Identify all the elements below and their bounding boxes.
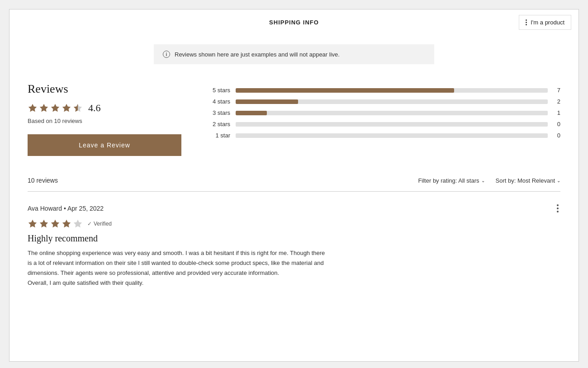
review-body: The online shopping experience was very …	[28, 248, 560, 288]
info-banner: i Reviews shown here are just examples a…	[154, 44, 434, 64]
dots-icon	[526, 19, 527, 25]
svg-marker-7	[51, 220, 59, 227]
star-bar-1-count: 0	[553, 132, 560, 139]
star-bar-5-count: 7	[553, 87, 560, 94]
overall-stars	[28, 103, 83, 113]
review-title: Highly recommend	[28, 233, 560, 244]
star-bar-5-label: 5 stars	[209, 87, 230, 94]
star-2	[39, 103, 49, 113]
rating-number: 4.6	[88, 102, 101, 114]
shipping-info-nav: SHIPPING INFO	[269, 19, 319, 26]
reviews-filters: Filter by rating: All stars ⌄ Sort by: M…	[418, 177, 560, 184]
sort-label: Sort by: Most Relevant	[496, 177, 555, 184]
leave-review-button[interactable]: Leave a Review	[28, 134, 181, 156]
svg-marker-3	[62, 104, 71, 112]
star-bar-1-track	[236, 133, 548, 138]
review-stars	[28, 219, 83, 229]
star-bar-3-label: 3 stars	[209, 109, 230, 116]
info-icon: i	[163, 51, 170, 58]
reviews-layout: Reviews	[28, 82, 560, 156]
reviewer-date-separator: •	[64, 205, 67, 212]
star-bar-1: 1 star 0	[209, 132, 560, 139]
star-bar-4-label: 4 stars	[209, 98, 230, 105]
verified-badge: ✓ Verified	[87, 221, 112, 227]
review-star-4	[62, 219, 71, 229]
chevron-down-icon: ⌄	[481, 178, 485, 183]
star-bar-4-count: 2	[553, 98, 560, 105]
star-bar-3-track	[236, 111, 548, 115]
review-star-1	[28, 219, 38, 229]
reviewer-date: Apr 25, 2022	[67, 205, 104, 212]
star-bar-5-fill	[236, 88, 454, 93]
star-rating-row: 4.6	[28, 102, 181, 114]
star-bar-2-track	[236, 122, 548, 127]
svg-marker-1	[40, 104, 48, 112]
sort-chevron-down-icon: ⌄	[557, 178, 560, 183]
star-bar-2-count: 0	[553, 121, 560, 127]
star-bar-5: 5 stars 7	[209, 87, 560, 94]
svg-marker-5	[28, 220, 37, 227]
reviews-left: Reviews	[28, 82, 181, 156]
reviews-right: 5 stars 7 4 stars 2 3 stars	[209, 82, 560, 143]
filter-by-rating-dropdown[interactable]: Filter by rating: All stars ⌄	[418, 177, 484, 184]
product-button[interactable]: I'm a product	[519, 15, 571, 30]
verified-label: Verified	[94, 221, 112, 227]
star-4	[62, 103, 71, 113]
star-bar-3: 3 stars 1	[209, 109, 560, 116]
checkmark-icon: ✓	[87, 221, 92, 227]
star-bar-4-track	[236, 99, 548, 104]
review-star-3	[50, 219, 60, 229]
star-bar-3-fill	[236, 111, 267, 115]
review-stars-verified: ✓ Verified	[28, 219, 560, 229]
reviewer-info: Ava Howard • Apr 25, 2022	[28, 205, 104, 212]
svg-marker-2	[51, 104, 59, 112]
filter-label: Filter by rating: All stars	[418, 177, 479, 184]
star-bar-2-label: 2 stars	[209, 121, 230, 127]
star-1	[28, 103, 38, 113]
star-bar-5-track	[236, 88, 548, 93]
svg-marker-6	[40, 220, 48, 227]
reviews-title: Reviews	[28, 82, 181, 96]
svg-marker-4	[74, 104, 82, 112]
reviewer-name: Ava Howard	[28, 205, 62, 212]
based-on-text: Based on 10 reviews	[28, 118, 181, 124]
star-bar-4-fill	[236, 99, 298, 104]
reviews-section: Reviews	[9, 73, 579, 170]
star-bar-4: 4 stars 2	[209, 98, 560, 105]
product-button-label: I'm a product	[531, 19, 564, 26]
top-bar: SHIPPING INFO I'm a product	[9, 9, 579, 35]
star-bar-2: 2 stars 0	[209, 121, 560, 127]
page-container: SHIPPING INFO I'm a product i Reviews sh…	[9, 9, 579, 362]
star-3	[50, 103, 60, 113]
star-5-half	[73, 103, 83, 113]
review-star-2	[39, 219, 49, 229]
review-item: Ava Howard • Apr 25, 2022	[9, 192, 579, 299]
review-menu-icon[interactable]	[555, 203, 560, 214]
svg-marker-9	[74, 220, 82, 227]
sort-by-dropdown[interactable]: Sort by: Most Relevant ⌄	[496, 177, 561, 184]
reviews-list-header: 10 reviews Filter by rating: All stars ⌄…	[9, 170, 579, 191]
star-bar-3-count: 1	[553, 109, 560, 116]
star-bar-1-label: 1 star	[209, 132, 230, 139]
review-header: Ava Howard • Apr 25, 2022	[28, 203, 560, 214]
reviews-count-label: 10 reviews	[28, 177, 58, 184]
info-banner-text: Reviews shown here are just examples and…	[175, 51, 340, 58]
review-star-5-empty	[73, 219, 83, 229]
svg-marker-8	[62, 220, 71, 227]
svg-marker-0	[28, 104, 37, 112]
